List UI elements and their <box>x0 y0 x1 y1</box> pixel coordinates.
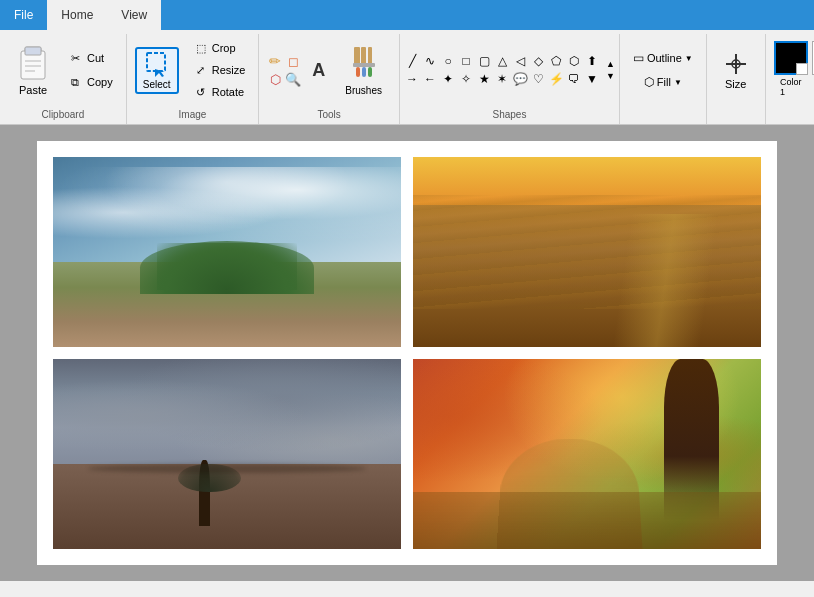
triangle-shape[interactable]: △ <box>494 53 510 69</box>
image-label: Image <box>127 109 259 120</box>
line-shape[interactable]: ╱ <box>404 53 420 69</box>
copy-button[interactable]: ⧉ Copy <box>62 71 118 93</box>
tab-home-label: Home <box>61 8 93 22</box>
color1-container: Color1 <box>774 41 808 97</box>
callout-shape[interactable]: 💬 <box>512 71 528 87</box>
outline-chevron: ▼ <box>685 54 693 63</box>
arrow-right-shape[interactable]: → <box>404 71 420 87</box>
arrow-left-shape[interactable]: ← <box>422 71 438 87</box>
paint-fill-icon[interactable]: ⬡ <box>267 71 283 87</box>
select-icon <box>143 51 171 79</box>
shapes-row-2: → ← ✦ ✧ ★ ✶ 💬 ♡ ⚡ 🗨 ▼ <box>404 71 600 87</box>
pent-shape[interactable]: ⬠ <box>548 53 564 69</box>
brushes-icon <box>350 45 378 83</box>
fill-chevron: ▼ <box>674 78 682 87</box>
tab-file[interactable]: File <box>0 0 47 30</box>
tab-file-label: File <box>14 8 33 22</box>
paste-icon <box>15 44 51 84</box>
paste-label: Paste <box>19 84 47 96</box>
crop-icon: ⬚ <box>194 41 208 55</box>
colors-group: Color1 Color2 <box>766 34 814 124</box>
tab-view[interactable]: View <box>107 0 161 30</box>
shapes-label: Shapes <box>400 109 619 120</box>
cut-label: Cut <box>87 52 104 64</box>
copy-icon: ⧉ <box>67 74 83 90</box>
fill-label: Fill <box>657 76 671 88</box>
lightning-shape[interactable]: ⚡ <box>548 71 564 87</box>
crop-button[interactable]: ⬚ Crop <box>189 38 251 58</box>
photo-4 <box>413 359 761 549</box>
rtriangle-shape[interactable]: ◁ <box>512 53 528 69</box>
crop-label: Crop <box>212 42 236 54</box>
star4-shape[interactable]: ✧ <box>458 71 474 87</box>
text-button[interactable]: A <box>307 57 330 84</box>
tab-view-label: View <box>121 8 147 22</box>
size-button[interactable]: Size <box>715 45 757 95</box>
rotate-label: Rotate <box>212 86 244 98</box>
size-label: Size <box>725 78 746 90</box>
ribbon-tabs: File Home View <box>0 0 814 30</box>
brushes-label: Brushes <box>345 85 382 96</box>
tools-group: ✏ ◻ ⬡ 🔍 A <box>259 34 400 124</box>
svg-rect-10 <box>368 47 372 65</box>
arrow-up-shape[interactable]: ⬆ <box>584 53 600 69</box>
heart-shape[interactable]: ♡ <box>530 71 546 87</box>
photo-1 <box>53 157 401 347</box>
size-icon <box>722 50 750 78</box>
brushes-button[interactable]: Brushes <box>336 41 391 100</box>
drop-shape[interactable]: ▼ <box>584 71 600 87</box>
clipboard-group: Paste ✂ Cut ⧉ Copy Clipboard <box>0 34 127 124</box>
roundrect-shape[interactable]: ▢ <box>476 53 492 69</box>
copy-label: Copy <box>87 76 113 88</box>
eraser-icon[interactable]: ◻ <box>285 53 301 69</box>
pencil-icon[interactable]: ✏ <box>267 53 283 69</box>
size-group: Size <box>707 34 766 124</box>
image-options: ⬚ Crop ⤢ Resize ↺ Rotate <box>189 38 251 102</box>
color-boxes: Color1 Color2 <box>774 41 814 99</box>
oval-shape[interactable]: ○ <box>440 53 456 69</box>
outline-label: Outline <box>647 52 682 64</box>
outline-button[interactable]: ▭ Outline ▼ <box>628 49 698 67</box>
arrow4-shape[interactable]: ✦ <box>440 71 456 87</box>
magnify-icon[interactable]: 🔍 <box>285 71 301 87</box>
outline-fill-group: ▭ Outline ▼ ⬡ Fill ▼ <box>620 34 707 124</box>
svg-rect-13 <box>362 67 366 77</box>
select-button[interactable]: Select <box>135 47 179 94</box>
svg-rect-6 <box>147 53 165 71</box>
shapes-scroll-down[interactable]: ▼ <box>606 71 615 81</box>
color1-label: Color1 <box>780 77 802 97</box>
tools-label: Tools <box>259 109 399 120</box>
shapes-scroll: ▲ ▼ <box>606 59 615 81</box>
star5-shape[interactable]: ★ <box>476 71 492 87</box>
text-icon: A <box>312 60 325 81</box>
svg-rect-9 <box>361 47 366 65</box>
outline-icon: ▭ <box>633 51 644 65</box>
rect-shape[interactable]: □ <box>458 53 474 69</box>
svg-rect-11 <box>353 63 375 67</box>
paste-button[interactable]: Paste <box>8 39 58 101</box>
diamond-shape[interactable]: ◇ <box>530 53 546 69</box>
fill-button[interactable]: ⬡ Fill ▼ <box>639 73 687 91</box>
resize-button[interactable]: ⤢ Resize <box>189 60 251 80</box>
canvas-area <box>0 125 814 581</box>
color1-box[interactable] <box>774 41 808 75</box>
rotate-button[interactable]: ↺ Rotate <box>189 82 251 102</box>
clipboard-label: Clipboard <box>0 109 126 120</box>
tab-home[interactable]: Home <box>47 0 107 30</box>
cut-button[interactable]: ✂ Cut <box>62 47 118 69</box>
ribbon: Paste ✂ Cut ⧉ Copy Clipboard <box>0 30 814 125</box>
svg-rect-12 <box>356 67 360 77</box>
svg-rect-8 <box>354 47 360 65</box>
shapes-scroll-up[interactable]: ▲ <box>606 59 615 69</box>
canvas-content <box>37 141 777 565</box>
cut-copy-buttons: ✂ Cut ⧉ Copy <box>62 47 118 93</box>
curve-shape[interactable]: ∿ <box>422 53 438 69</box>
callout2-shape[interactable]: 🗨 <box>566 71 582 87</box>
star6-shape[interactable]: ✶ <box>494 71 510 87</box>
resize-label: Resize <box>212 64 246 76</box>
hex-shape[interactable]: ⬡ <box>566 53 582 69</box>
rotate-icon: ↺ <box>194 85 208 99</box>
image-group: Select ⬚ Crop ⤢ Resize ↺ Rotate <box>127 34 260 124</box>
svg-rect-2 <box>25 47 41 55</box>
cut-icon: ✂ <box>67 50 83 66</box>
